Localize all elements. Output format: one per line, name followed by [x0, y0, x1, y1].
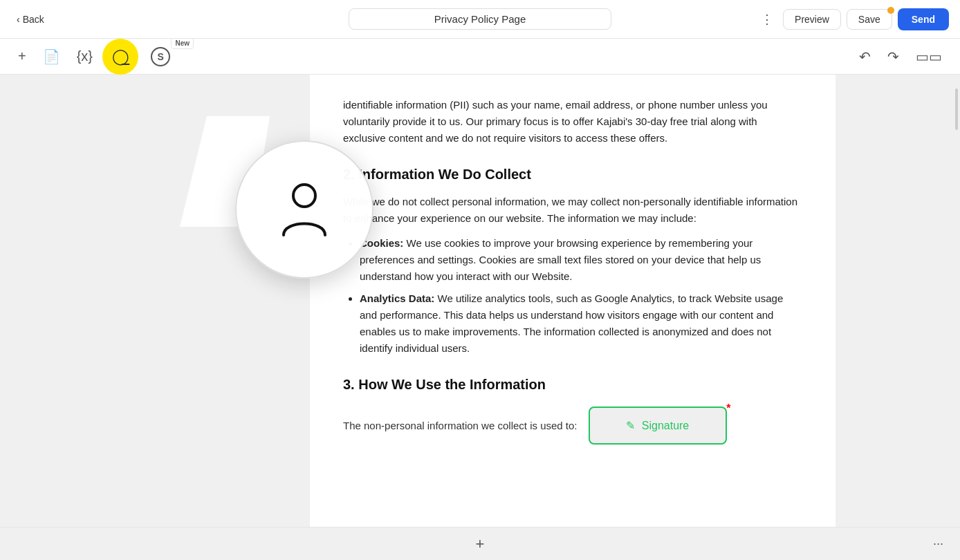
send-button[interactable]: Send [898, 8, 949, 30]
document-button[interactable]: 📄 [36, 44, 67, 69]
list-item-cookies: Cookies: We use cookies to improve your … [360, 235, 802, 285]
person-magnified-icon [277, 178, 332, 241]
send-label: Send [912, 14, 935, 25]
bottom-dots-button[interactable]: ··· [927, 534, 949, 554]
back-button[interactable]: ‹ Back [11, 10, 50, 29]
secondary-toolbar: + 📄 {x} ◯̲ S New ↶ ↷ ▭▭ [0, 39, 960, 75]
save-label: Save [858, 14, 880, 25]
list-item-analytics: Analytics Data: We utilize analytics too… [360, 290, 802, 357]
avatar-circle: ◯̲ [102, 39, 138, 75]
document-page: identifiable information (PII) such as y… [310, 75, 836, 527]
person-svg [277, 178, 332, 241]
bottom-add-button[interactable]: + [470, 532, 490, 556]
top-bar: ‹ Back ⋮ Preview Save Send [0, 0, 960, 39]
required-star: * [726, 402, 730, 415]
preview-label: Preview [795, 14, 829, 25]
page-title-input[interactable] [349, 8, 611, 30]
secondary-bar-right: ↶ ↷ ▭▭ [852, 44, 949, 69]
s-icon: S [151, 47, 170, 66]
person-icon: ◯̲ [112, 48, 129, 66]
right-scrollbar[interactable] [952, 75, 960, 527]
avatar-button[interactable]: ◯̲ [102, 39, 138, 75]
ellipsis-icon: ⋮ [761, 12, 773, 27]
avatar-container: ◯̲ [102, 39, 138, 75]
bottom-bar: + ··· [0, 527, 960, 560]
back-label: Back [23, 14, 44, 25]
signature-wrapper: The non-personal information we collect … [343, 407, 802, 445]
scrollbar-thumb[interactable] [955, 88, 958, 130]
save-button[interactable]: Save [847, 9, 892, 30]
chevron-left-icon: ‹ [17, 14, 20, 25]
dots-icon: ··· [933, 536, 943, 550]
doc-list: Cookies: We use cookies to improve your … [343, 235, 802, 357]
undo-button[interactable]: ↶ [852, 44, 878, 69]
signature-button[interactable]: ✎ Signature * [589, 407, 727, 445]
document-icon: 📄 [43, 48, 60, 65]
plus-icon: + [476, 535, 485, 552]
redo-icon: ↷ [887, 48, 899, 65]
variable-icon: {x} [77, 48, 93, 64]
svg-point-0 [293, 185, 315, 207]
plus-icon: + [18, 48, 26, 64]
title-area [349, 8, 611, 30]
heading3: 3. How We Use the Information [343, 373, 802, 395]
top-bar-left: ‹ Back [11, 10, 50, 29]
unsaved-indicator [887, 7, 894, 14]
paragraph3: The non-personal information we collect … [343, 407, 578, 434]
pen-icon: ✎ [626, 419, 635, 432]
layout-icon: ▭▭ [916, 48, 942, 65]
left-sidebar [0, 75, 194, 527]
layout-button[interactable]: ▭▭ [909, 44, 949, 69]
cookies-text: We use cookies to improve your browsing … [360, 237, 761, 282]
preview-button[interactable]: Preview [783, 9, 841, 30]
heading2: 2. Information We Do Collect [343, 163, 802, 185]
redo-button[interactable]: ↷ [880, 44, 906, 69]
new-badge: New [171, 37, 194, 49]
magnifier-overlay [235, 140, 373, 279]
more-options-button[interactable]: ⋮ [757, 8, 777, 31]
top-bar-right: ⋮ Preview Save Send [757, 8, 949, 31]
analytics-label: Analytics Data: [360, 292, 434, 304]
undo-icon: ↶ [859, 48, 871, 65]
signature-label: Signature [642, 420, 690, 432]
paragraph1: identifiable information (PII) such as y… [343, 97, 802, 147]
s-tool-container: S New [144, 43, 177, 71]
variable-button[interactable]: {x} [70, 44, 100, 68]
add-element-button[interactable]: + [11, 44, 33, 68]
content-area: identifiable information (PII) such as y… [0, 75, 960, 527]
paragraph2: While we do not collect personal informa… [343, 194, 802, 227]
